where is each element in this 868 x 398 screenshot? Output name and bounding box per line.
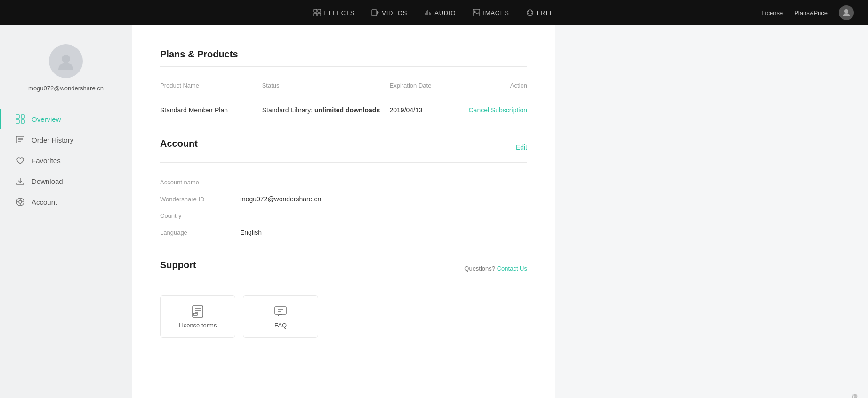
support-divider: [160, 284, 527, 284]
free-icon: [526, 9, 534, 16]
account-language-row: Language English: [160, 224, 527, 241]
svg-rect-22: [21, 115, 24, 118]
sidebar-avatar: [49, 44, 83, 78]
svg-rect-39: [193, 313, 197, 315]
nav-images-label: IMAGES: [483, 9, 509, 16]
download-icon: [16, 176, 25, 186]
account-country-label: Country: [160, 212, 221, 219]
support-section-header: Support Questions? Contact Us: [160, 260, 527, 277]
faq-icon: [274, 305, 287, 318]
svg-point-14: [528, 11, 529, 12]
svg-point-18: [531, 13, 532, 14]
nav-videos-label: VIDEOS: [382, 9, 407, 16]
svg-rect-3: [318, 13, 321, 16]
overview-icon: [16, 114, 25, 124]
sidebar-item-account[interactable]: Account: [0, 191, 132, 212]
sidebar-download-label: Download: [32, 177, 63, 185]
plans-section: Plans & Products Product Name Status Exp…: [160, 49, 527, 119]
svg-point-17: [530, 13, 530, 14]
svg-rect-40: [275, 307, 286, 314]
account-section-header: Account Edit: [160, 138, 527, 156]
plans-table-header: Product Name Status Expiration Date Acti…: [160, 78, 527, 93]
svg-rect-1: [318, 9, 321, 12]
account-language-value: English: [240, 229, 262, 236]
account-divider: [160, 162, 527, 163]
nav-effects-label: EFFECTS: [324, 9, 354, 16]
svg-point-15: [531, 11, 532, 12]
audio-icon: [424, 9, 432, 16]
sidebar-item-download[interactable]: Download: [0, 171, 132, 191]
support-question-text: Questions? Contact Us: [464, 265, 527, 272]
svg-rect-21: [16, 115, 19, 118]
nav-videos[interactable]: VIDEOS: [371, 9, 407, 16]
col-expiration-date: Expiration Date: [390, 82, 466, 89]
nav-images[interactable]: IMAGES: [473, 9, 509, 16]
plan-status-bold: unlimited downloads: [314, 106, 380, 114]
nav-free[interactable]: FREE: [526, 9, 555, 16]
cancel-subscription-link[interactable]: Cancel Subscription: [466, 106, 527, 114]
account-language-label: Language: [160, 229, 221, 236]
account-icon: [16, 197, 25, 207]
svg-point-19: [844, 9, 848, 13]
svg-marker-5: [377, 11, 378, 14]
images-icon: [473, 9, 480, 16]
plans-price-link[interactable]: Plans&Price: [794, 9, 828, 16]
avatar-placeholder-icon: [56, 52, 75, 71]
col-status: Status: [262, 82, 390, 89]
faq-label: FAQ: [274, 322, 287, 329]
plans-divider: [160, 66, 527, 67]
license-terms-label: License terms: [179, 322, 217, 329]
support-cards: License terms FAQ: [160, 295, 527, 338]
plans-title: Plans & Products: [160, 49, 527, 60]
account-id-label: Wondershare ID: [160, 196, 221, 203]
nav-audio[interactable]: AUDIO: [424, 9, 456, 16]
plan-product-name: Standard Member Plan: [160, 106, 262, 114]
account-country-row: Country: [160, 207, 527, 224]
contact-us-link[interactable]: Contact Us: [497, 265, 527, 272]
main-content: Plans & Products Product Name Status Exp…: [132, 25, 555, 398]
plan-expiration-date: 2019/04/13: [390, 106, 466, 114]
svg-rect-0: [314, 9, 317, 12]
account-id-value: mogu072@wondershare.cn: [240, 195, 321, 203]
table-row: Standard Member Plan Standard Library: u…: [160, 101, 527, 119]
top-nav-right: License Plans&Price: [762, 5, 854, 20]
license-terms-card[interactable]: License terms: [160, 295, 235, 338]
support-title: Support: [160, 260, 196, 271]
svg-point-30: [19, 200, 22, 203]
videos-icon: [371, 9, 379, 16]
sidebar-item-favorites[interactable]: Favorites: [0, 150, 132, 171]
sidebar-overview-label: Overview: [32, 115, 61, 123]
nav-center-items: EFFECTS VIDEOS AUDIO IMAGES FREE: [313, 9, 554, 16]
sidebar-order-history-label: Order History: [32, 136, 73, 144]
sidebar-item-order-history[interactable]: Order History: [0, 129, 132, 150]
svg-point-12: [474, 11, 476, 12]
svg-rect-24: [21, 120, 24, 123]
svg-point-20: [62, 55, 70, 63]
sidebar-favorites-label: Favorites: [32, 157, 61, 165]
svg-point-16: [528, 13, 529, 14]
edit-button[interactable]: Edit: [516, 143, 527, 151]
favorites-icon: [16, 156, 25, 165]
nav-effects[interactable]: EFFECTS: [313, 9, 354, 16]
plan-status: Standard Library: unlimited downloads: [262, 106, 390, 114]
license-icon: [191, 305, 204, 318]
account-id-row: Wondershare ID mogu072@wondershare.cn: [160, 191, 527, 207]
sidebar-user-email: mogu072@wondershare.cn: [28, 85, 104, 92]
main-layout: mogu072@wondershare.cn Overview Order Hi…: [0, 25, 868, 398]
svg-rect-23: [16, 120, 19, 123]
user-avatar-icon: [842, 8, 851, 17]
account-title: Account: [160, 138, 198, 149]
questions-label: Questions?: [464, 265, 495, 272]
user-avatar[interactable]: [839, 5, 854, 20]
sidebar-account-label: Account: [32, 198, 57, 206]
svg-rect-2: [314, 13, 317, 16]
col-action: Action: [466, 82, 527, 89]
sidebar: mogu072@wondershare.cn Overview Order Hi…: [0, 25, 132, 398]
svg-point-13: [527, 10, 533, 16]
faq-card[interactable]: FAQ: [243, 295, 318, 338]
effects-icon: [313, 9, 321, 16]
account-fields: Account name Wondershare ID mogu072@wond…: [160, 174, 527, 241]
sidebar-item-overview[interactable]: Overview: [0, 109, 132, 129]
support-section: Support Questions? Contact Us License te…: [160, 260, 527, 338]
license-link[interactable]: License: [762, 9, 783, 16]
